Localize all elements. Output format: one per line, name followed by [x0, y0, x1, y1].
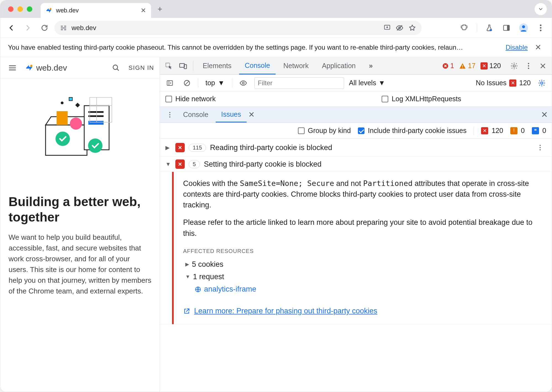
drawer-tab-console[interactable]: Console	[178, 107, 214, 122]
issue-count: 115	[189, 144, 206, 152]
eye-off-icon[interactable]	[396, 24, 403, 32]
devtools-kebab-icon[interactable]	[522, 60, 535, 72]
reload-button[interactable]	[38, 21, 51, 34]
install-app-icon[interactable]	[384, 24, 391, 32]
issues-blue-count: ❝0	[532, 127, 546, 135]
console-sidebar-toggle-icon[interactable]	[164, 77, 176, 89]
clear-console-icon[interactable]	[181, 77, 193, 89]
window-minimize-dot[interactable]	[17, 6, 23, 12]
tab-elements[interactable]: Elements	[197, 57, 237, 74]
back-button[interactable]	[5, 21, 18, 34]
drawer-kebab-icon[interactable]	[164, 109, 176, 121]
drawer-tab-close-icon[interactable]: ✕	[248, 110, 255, 119]
brand-text: web.dev	[36, 63, 67, 73]
window-zoom-dot[interactable]	[27, 6, 32, 12]
infobar-close-icon[interactable]: ✕	[532, 41, 544, 54]
svg-rect-25	[88, 121, 104, 125]
devtools-settings-icon[interactable]	[508, 60, 520, 72]
issue-title: Reading third-party cookie is blocked	[210, 143, 332, 152]
console-filter-input[interactable]	[254, 77, 344, 89]
inspect-element-icon[interactable]	[163, 60, 175, 72]
triangle-down-icon: ▼	[218, 79, 225, 87]
learn-more-link[interactable]: Learn more: Prepare for phasing out thir…	[194, 306, 377, 316]
tab-close-icon[interactable]: ✕	[141, 7, 146, 14]
affected-cookies[interactable]: ▶5 cookies	[185, 259, 542, 270]
chevron-down-icon	[538, 6, 543, 12]
svg-point-41	[528, 63, 529, 64]
browser-window: web.dev ✕ + web.dev	[0, 0, 552, 392]
omnibox[interactable]: web.dev	[54, 21, 422, 35]
drawer-close-icon[interactable]: ✕	[541, 110, 548, 119]
svg-point-50	[169, 116, 170, 118]
drawer-tab-issues[interactable]: Issues	[216, 107, 247, 122]
svg-point-12	[522, 25, 525, 28]
console-settings-icon[interactable]	[536, 77, 548, 89]
side-panel-icon[interactable]	[500, 21, 513, 34]
tab-title: web.dev	[56, 7, 137, 14]
tab-console[interactable]: Console	[239, 57, 276, 74]
affected-requests[interactable]: ▼1 request	[185, 271, 542, 282]
page-body: Building a better web, together We want …	[0, 79, 160, 392]
svg-rect-28	[69, 97, 72, 101]
profile-avatar[interactable]	[517, 21, 530, 34]
warning-counter[interactable]: 17	[459, 62, 476, 70]
svg-rect-20	[57, 111, 68, 125]
star-icon[interactable]	[408, 24, 416, 32]
svg-rect-5	[64, 29, 66, 30]
svg-point-48	[169, 112, 170, 113]
new-tab-button[interactable]: +	[154, 3, 166, 15]
tab-overflow[interactable]: »	[363, 57, 378, 74]
console-settings-row: Hide network Log XMLHttpRequests	[160, 91, 552, 107]
issue-row[interactable]: ▼ 5 Setting third-party cookie is blocke…	[160, 157, 552, 172]
labs-icon[interactable]	[483, 21, 496, 34]
svg-rect-24	[88, 115, 104, 117]
rendered-page: web.dev SIGN IN	[0, 57, 160, 392]
extensions-icon[interactable]	[458, 21, 471, 34]
drawer-tab-bar: Console Issues ✕ ✕	[160, 107, 552, 123]
infobar-disable-link[interactable]: Disable	[506, 44, 528, 51]
live-expression-icon[interactable]	[237, 77, 249, 89]
signin-link[interactable]: SIGN IN	[129, 64, 154, 71]
external-link-icon	[183, 308, 190, 315]
svg-rect-10	[507, 25, 509, 30]
issue-row-kebab-icon[interactable]	[534, 142, 546, 154]
kebab-menu-icon[interactable]	[534, 21, 547, 34]
tab-favicon	[46, 7, 52, 14]
hero-illustration	[9, 86, 151, 169]
triangle-right-icon[interactable]: ▶	[165, 144, 171, 151]
error-counter[interactable]: 1	[442, 62, 454, 70]
browser-tab[interactable]: web.dev ✕	[41, 3, 151, 18]
triangle-down-icon[interactable]: ▼	[165, 161, 171, 167]
page-search-icon[interactable]	[109, 61, 123, 74]
window-close-dot[interactable]	[8, 6, 14, 12]
issues-counter[interactable]: ✕120	[480, 62, 501, 70]
log-levels-select[interactable]: All levels▼	[349, 79, 385, 87]
page-subcopy: We want to help you build beautiful, acc…	[9, 232, 151, 297]
svg-point-0	[50, 8, 51, 10]
tab-overflow-button[interactable]	[535, 3, 547, 15]
tab-network[interactable]: Network	[278, 57, 314, 74]
device-toolbar-icon[interactable]	[177, 60, 189, 72]
window-traffic-lights	[8, 6, 32, 12]
site-settings-icon[interactable]	[60, 24, 67, 31]
issues-filter-bar: Group by kind Include third-party cookie…	[160, 123, 552, 139]
include-tpc-checkbox[interactable]: Include third-party cookie issues	[358, 127, 466, 135]
devtools-close-icon[interactable]	[537, 60, 549, 72]
group-by-kind-checkbox[interactable]: Group by kind	[298, 127, 351, 135]
svg-point-49	[169, 114, 170, 115]
page-brand[interactable]: web.dev	[25, 63, 67, 73]
forward-button[interactable]	[21, 21, 35, 34]
tab-application[interactable]: Application	[316, 57, 361, 74]
hide-network-checkbox[interactable]: Hide network	[165, 95, 216, 103]
issue-row[interactable]: ▶ 115 Reading third-party cookie is bloc…	[160, 139, 552, 157]
affected-request-link[interactable]: analytics-iframe	[195, 284, 542, 295]
issues-red-count: ✕120	[481, 127, 503, 135]
issues-shortcut[interactable]: No Issues✕120	[476, 79, 531, 87]
content-area: web.dev SIGN IN	[0, 57, 552, 392]
svg-point-26	[56, 132, 70, 146]
hamburger-icon[interactable]	[6, 61, 19, 74]
log-xhr-checkbox[interactable]: Log XMLHttpRequests	[382, 95, 461, 103]
svg-point-8	[490, 29, 492, 31]
error-circle-icon	[442, 63, 449, 69]
context-select[interactable]: top▼	[203, 79, 227, 87]
